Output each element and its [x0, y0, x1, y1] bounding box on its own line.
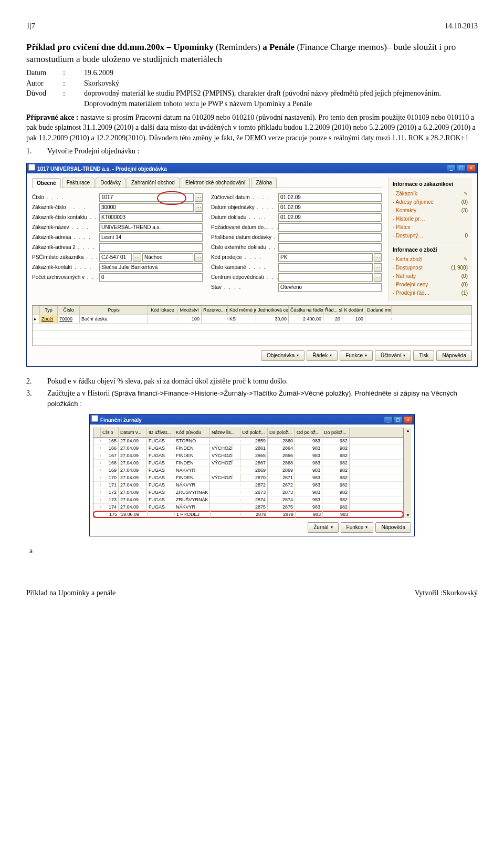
lookup-button[interactable]: ⋯	[374, 253, 382, 262]
order-lines-grid[interactable]: TypČísloPopisKód lokaceMnožstvíRezervo..…	[32, 305, 472, 346]
lookup-button[interactable]: ⋯	[133, 253, 141, 262]
side-dostupnost[interactable]: Dostupnost(1 900)	[393, 264, 468, 272]
lookup-button[interactable]: ⋯	[374, 263, 382, 272]
col-header[interactable]: Datum v...	[119, 428, 147, 437]
col-header[interactable]: Kód měrné jednotky	[228, 306, 256, 315]
col-header[interactable]: Do polož...	[322, 428, 350, 437]
tab-záloha[interactable]: Záloha	[251, 178, 277, 188]
field---slo-extern-ho-dokladu[interactable]	[278, 243, 382, 252]
col-header[interactable]: Množství	[177, 306, 202, 315]
titlebar[interactable]: 1017 UNIVERSAL-TREND a.s. - Prodejní obj…	[27, 163, 477, 173]
field-po-adovan--datum-do-[interactable]	[278, 223, 382, 232]
field-k-d-prodejce[interactable]: PK	[278, 253, 373, 262]
field---slo-kampan-[interactable]	[278, 263, 373, 272]
grid-cell[interactable]	[365, 318, 392, 320]
objednávka-button[interactable]: Objednávka▾	[261, 350, 304, 361]
col-header[interactable]: Popis	[80, 306, 148, 315]
col-header[interactable]: Do polož...	[268, 428, 295, 437]
tab-obecné[interactable]: Obecné	[32, 178, 61, 188]
funkce-button[interactable]: Funkce▾	[341, 522, 374, 533]
field-z-kazn-k-adresa-2[interactable]	[99, 243, 203, 252]
col-header[interactable]: Rezervo... množství	[202, 306, 228, 315]
field-z-kazn-k-adresa[interactable]: Lesní 14	[99, 233, 203, 242]
side-historie-pr-[interactable]: Historie pr…	[393, 215, 468, 223]
grid-cell[interactable]: 100	[177, 315, 202, 324]
side-n-hrady[interactable]: Náhrady(0)	[393, 273, 468, 280]
table-row[interactable]: 17519.06.091 PRODEJ28762879983983	[93, 511, 404, 518]
tab-elektronické obchodování[interactable]: Elektronické obchodování	[181, 178, 250, 188]
field-z-kazn-k-n-zev[interactable]: UNIVERSAL-TREND a.s.	[99, 223, 203, 232]
col-header[interactable]: ID uživat...	[147, 428, 174, 437]
grid-cell[interactable]: KS	[228, 315, 256, 324]
field-p-isl-ben--datum-dod-vky[interactable]	[278, 233, 382, 242]
side-karta-zbo--[interactable]: Karta zboží✎	[393, 256, 468, 263]
field-city[interactable]: Náchod	[142, 253, 193, 262]
lookup-button[interactable]: ⋯	[194, 253, 203, 262]
grid-cell[interactable]: Boční deska	[80, 315, 148, 324]
funkce-button[interactable]: Funkce▾	[340, 350, 373, 361]
col-header[interactable]: Číslo	[101, 428, 119, 437]
maximize-button[interactable]: ▢	[457, 164, 466, 172]
col-header[interactable]: Dodané množství	[365, 306, 392, 315]
řádek-button[interactable]: Řádek▾	[307, 350, 338, 361]
titlebar[interactable]: Finanční žurnály _ ▢ ×	[90, 415, 414, 424]
field-z--tovac--datum[interactable]: 01.02.09	[278, 193, 382, 202]
side-prodejn--ceny[interactable]: Prodejní ceny(0)	[393, 281, 468, 288]
side-kontakty[interactable]: Kontakty(3)	[393, 207, 468, 214]
field-centrum-odpov-dnosti[interactable]	[278, 273, 373, 282]
grid-cell[interactable]	[202, 318, 228, 320]
field---slo[interactable]: 1017	[99, 193, 194, 202]
grid-cell[interactable]	[148, 318, 177, 320]
col-header[interactable]: Částka na řádku bez DPH	[289, 306, 323, 315]
col-header[interactable]: Řád... sleva %	[323, 306, 342, 315]
col-header[interactable]: Jednotková cena bez DPH	[256, 306, 289, 315]
lookup-button[interactable]: ⋯	[195, 203, 203, 212]
side-pl-tce[interactable]: Plátce	[393, 224, 468, 231]
col-header[interactable]: Typ	[40, 306, 58, 315]
lookup-button[interactable]: ⋯	[195, 193, 203, 202]
side-z-kazn-k[interactable]: Zákazník✎	[393, 190, 468, 198]
field-datum-objedn-vky[interactable]: 01.02.09	[278, 203, 382, 212]
journal-grid[interactable]: ČísloDatum v...ID uživat...Kód původuNáz…	[93, 428, 404, 518]
žurnál-button[interactable]: Žurnál▾	[308, 522, 338, 533]
field-z-kazn-k---slo-kontaktu[interactable]: KT000003	[99, 213, 203, 222]
col-header[interactable]: Od polož...	[295, 428, 322, 437]
field-ps--m-sto-z-kazn-ka[interactable]: CZ-547 01	[99, 253, 132, 262]
close-button[interactable]: ×	[467, 164, 476, 172]
grid-cell[interactable]: ▸	[33, 315, 40, 324]
field-stav[interactable]: Otevřeno	[278, 283, 382, 292]
grid-cell[interactable]: 2 400,00	[289, 315, 323, 324]
field-z-kazn-k---slo[interactable]: 30000	[99, 203, 194, 212]
minimize-button[interactable]: _	[384, 416, 393, 423]
field-z-kazn-k-kontakt[interactable]: Slečna Julie Bankertová	[99, 263, 203, 272]
nápověda-button[interactable]: Nápověda	[375, 522, 411, 533]
tab-zahraniční obchod[interactable]: Zahraniční obchod	[127, 178, 180, 188]
grid-cell[interactable]: 20	[323, 315, 342, 324]
grid-cell[interactable]: 70000	[58, 315, 80, 324]
scrollbar[interactable]: ▴▾	[404, 428, 411, 518]
side-dostupn--[interactable]: Dostupný…0	[393, 232, 468, 240]
lookup-button[interactable]: ⋯	[374, 273, 382, 282]
field-datum-dokladu[interactable]: 01.02.09	[278, 213, 382, 222]
col-header[interactable]	[33, 306, 40, 315]
col-header[interactable]: Kód lokace	[148, 306, 177, 315]
nápověda-button[interactable]: Nápověda	[436, 350, 472, 361]
field-po-et-archivovan-ch-v[interactable]: 0	[99, 273, 203, 282]
col-header[interactable]: Číslo	[58, 306, 80, 315]
tab-fakturace[interactable]: Fakturace	[62, 178, 94, 188]
col-header[interactable]: Název lis...	[210, 428, 240, 437]
minimize-button[interactable]: _	[447, 164, 456, 172]
close-button[interactable]: ×	[404, 416, 413, 423]
grid-cell[interactable]: 30,00	[256, 315, 289, 324]
grid-cell[interactable]: Zboží	[40, 315, 58, 324]
grid-cell[interactable]: 100	[342, 315, 365, 324]
col-header[interactable]: K dodání	[342, 306, 365, 315]
účtování-button[interactable]: Účtování▾	[375, 350, 411, 361]
col-header[interactable]: Kód původu	[174, 428, 210, 437]
tab-dodávky[interactable]: Dodávky	[96, 178, 125, 188]
col-header[interactable]: Od polož...	[240, 428, 268, 437]
side-prodejn----d-[interactable]: Prodejní řád…(1)	[393, 289, 468, 297]
tisk-button[interactable]: Tisk	[413, 350, 434, 361]
side-adresy-p--jemce[interactable]: Adresy příjemce(0)	[393, 199, 468, 206]
maximize-button[interactable]: ▢	[394, 416, 403, 423]
